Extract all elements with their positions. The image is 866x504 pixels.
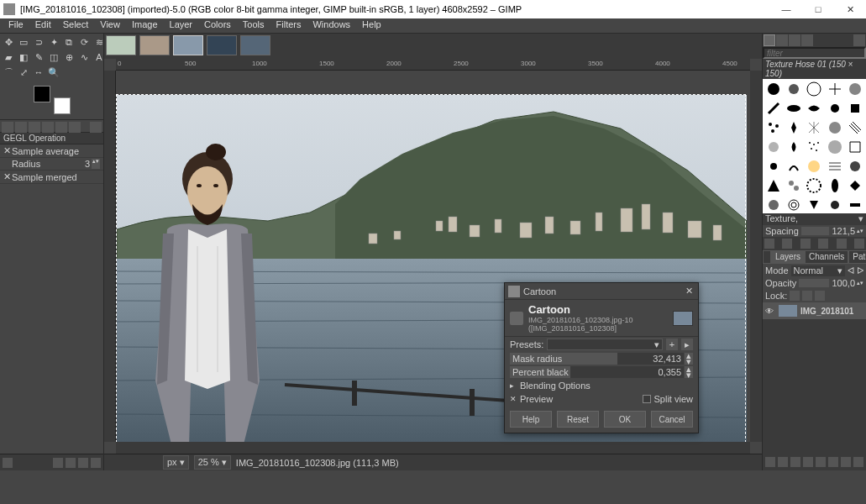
close-button[interactable]: ✕: [837, 4, 863, 15]
brush-item[interactable]: [846, 196, 865, 213]
history-tab[interactable]: [801, 34, 813, 46]
path-tool[interactable]: ⌒: [2, 66, 15, 79]
menu-edit[interactable]: Edit: [30, 18, 56, 33]
brush-item[interactable]: [764, 80, 783, 98]
layer-row[interactable]: 👁 IMG_2018101: [763, 302, 866, 319]
dialog-close-button[interactable]: ✕: [683, 286, 695, 297]
opacity-slider[interactable]: Opacity 100,0 ▴▾: [763, 277, 866, 289]
foreground-color[interactable]: [34, 86, 50, 102]
document-tab[interactable]: [139, 35, 170, 55]
mask-icon[interactable]: [841, 457, 851, 467]
brush-item[interactable]: [764, 196, 783, 213]
close-icon[interactable]: ✕: [3, 145, 12, 156]
chevron-down-icon[interactable]: ▾: [858, 213, 863, 225]
preview-checkbox[interactable]: ✕: [510, 395, 517, 403]
brush-item[interactable]: [805, 118, 824, 137]
patterns-tab[interactable]: [776, 34, 788, 46]
vertical-ruler[interactable]: [104, 71, 116, 442]
brush-item[interactable]: [805, 80, 824, 98]
smudge-tool[interactable]: ∿: [77, 50, 91, 64]
merge-layer-icon[interactable]: [828, 457, 838, 467]
horizontal-ruler[interactable]: 0 500 1000 1500 2000 2500 3000 3500 4000…: [116, 59, 750, 71]
unit-dropdown[interactable]: px ▾: [163, 455, 189, 470]
preset-menu-button[interactable]: ▸: [681, 339, 693, 350]
brushes-tab[interactable]: [764, 34, 775, 46]
brush-item[interactable]: [825, 157, 844, 176]
tab-icon[interactable]: [2, 122, 13, 134]
spinner-icon[interactable]: ▴▾: [857, 228, 863, 234]
brush-item[interactable]: [825, 176, 844, 195]
brush-item[interactable]: [846, 118, 865, 137]
gradient-tool[interactable]: ◧: [17, 50, 30, 64]
vertical-scrollbar[interactable]: [750, 71, 762, 442]
blend-mode-dropdown[interactable]: Normal▾: [791, 265, 845, 276]
brush-item[interactable]: [805, 157, 824, 176]
zoom-tool[interactable]: 🔍: [47, 66, 60, 79]
ok-button[interactable]: OK: [604, 411, 646, 428]
menu-filters[interactable]: Filters: [271, 18, 307, 33]
layer-name[interactable]: IMG_2018101: [800, 307, 853, 316]
brush-tool[interactable]: ✎: [32, 50, 45, 64]
brush-item[interactable]: [764, 138, 783, 156]
menu-image[interactable]: Image: [127, 18, 163, 33]
radius-value[interactable]: 3: [85, 159, 90, 169]
document-tab[interactable]: [173, 35, 203, 55]
layer-up-icon[interactable]: [790, 457, 800, 467]
document-tab[interactable]: [106, 35, 136, 55]
del-brush-icon[interactable]: [818, 239, 828, 249]
close-icon[interactable]: ✕: [3, 171, 12, 182]
mask-radius-slider[interactable]: Mask radius 32,413 ▴▾: [505, 352, 698, 365]
measure-tool[interactable]: ↔: [32, 66, 45, 79]
channels-tab[interactable]: Channels: [805, 250, 848, 264]
picker-tool[interactable]: ⤢: [17, 66, 30, 79]
zoom-dropdown[interactable]: 25 % ▾: [194, 455, 231, 470]
mode-nav-icon[interactable]: ᐊ: [848, 265, 854, 276]
del-layer-icon[interactable]: [853, 457, 863, 467]
move-tool[interactable]: ✥: [2, 35, 15, 49]
pct-spinner[interactable]: ▴▾: [685, 366, 693, 378]
lock-alpha-icon[interactable]: [815, 291, 825, 301]
cancel-button[interactable]: Cancel: [651, 411, 693, 428]
layers-tab[interactable]: Layers: [771, 250, 805, 264]
radius-spinner[interactable]: ▴▾: [92, 159, 100, 169]
tab-menu-icon[interactable]: [853, 34, 865, 46]
brush-item[interactable]: [784, 118, 803, 137]
footer-icon[interactable]: [3, 458, 13, 468]
brush-item[interactable]: [784, 196, 803, 213]
new-layer-icon[interactable]: [765, 457, 775, 467]
menu-tools[interactable]: Tools: [238, 18, 270, 33]
wand-tool[interactable]: ✦: [47, 35, 60, 49]
brush-folder-icon[interactable]: [854, 239, 864, 249]
tab-icon[interactable]: [29, 122, 40, 134]
horizontal-scrollbar[interactable]: [116, 442, 750, 454]
add-preset-button[interactable]: +: [666, 339, 678, 350]
mode-nav-icon[interactable]: ᐅ: [857, 265, 863, 276]
menu-layer[interactable]: Layer: [165, 18, 198, 33]
dialog-titlebar[interactable]: Cartoon ✕: [505, 283, 698, 300]
menu-colors[interactable]: Colors: [199, 18, 236, 33]
menu-view[interactable]: View: [95, 18, 125, 33]
brush-item[interactable]: [825, 138, 844, 156]
footer-icon[interactable]: [66, 458, 76, 468]
footer-icon[interactable]: [78, 458, 88, 468]
layer-group-icon[interactable]: [778, 457, 788, 467]
visibility-icon[interactable]: 👁: [765, 307, 775, 316]
option-sample-merged[interactable]: ✕ Sample merged: [0, 171, 103, 184]
rect-select-tool[interactable]: ▭: [17, 35, 30, 49]
crop-tool[interactable]: ⧉: [62, 35, 76, 49]
spacing-slider[interactable]: Spacing 121,5 ▴▾: [763, 225, 866, 237]
brush-item[interactable]: [764, 157, 783, 176]
presets-dropdown[interactable]: ▾: [547, 339, 663, 350]
tab-icon[interactable]: [69, 122, 81, 134]
brush-filter-input[interactable]: [763, 47, 866, 59]
brush-item[interactable]: [825, 80, 844, 98]
brush-item[interactable]: [805, 176, 824, 195]
menu-file[interactable]: File: [3, 18, 29, 33]
brush-item[interactable]: [805, 99, 824, 118]
mask-spinner[interactable]: ▴▾: [685, 353, 693, 365]
tab-icon[interactable]: [42, 122, 54, 134]
lock-position-icon[interactable]: [802, 291, 812, 301]
split-view-checkbox[interactable]: [643, 395, 651, 403]
minimize-button[interactable]: —: [774, 4, 799, 15]
tab-icon[interactable]: [55, 122, 67, 134]
